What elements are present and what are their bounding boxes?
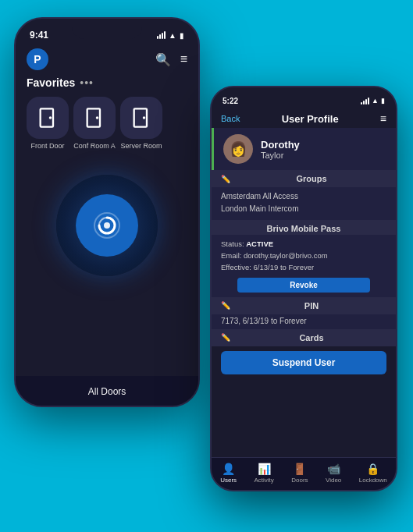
door-item-conf[interactable]: Conf Room A	[73, 97, 116, 150]
activity-tab-label: Activity	[255, 477, 274, 484]
menu-icon[interactable]: ≡	[180, 52, 187, 66]
door-item-server[interactable]: Server Room	[120, 97, 162, 150]
back-button[interactable]: Back	[221, 114, 240, 123]
conf-room-icon-btn[interactable]	[73, 97, 116, 139]
door-item-front[interactable]: Front Door	[27, 97, 69, 150]
doors-tab-icon: 🚪	[293, 463, 306, 475]
door-icon-svg3	[130, 107, 152, 129]
status-value: ACTIVE	[246, 239, 273, 248]
users-tab-icon: 👤	[222, 463, 235, 475]
unlock-inner-circle	[76, 194, 138, 257]
svg-point-3	[96, 116, 99, 119]
favorites-row: Favorites •••	[27, 76, 187, 89]
tab-activity[interactable]: 📊 Activity	[255, 463, 274, 484]
revoke-button[interactable]: Revoke	[237, 278, 370, 293]
tab-lockdown[interactable]: 🔒 Lockdown	[359, 463, 387, 484]
pin-section-header: ✏️ PIN	[212, 297, 396, 314]
server-room-label: Server Room	[120, 142, 162, 150]
battery-icon: ▮	[180, 31, 184, 40]
groups-items: Amsterdam All Access London Main Interco…	[212, 187, 396, 220]
signal-bars-icon	[157, 31, 166, 39]
phone1: 9:41 ▲ ▮ P 🔍 ≡ Favorites •••	[14, 17, 200, 407]
profile-name-block: Dorothy Taylor	[261, 139, 300, 160]
front-door-icon-btn[interactable]	[27, 97, 69, 139]
mobile-pass-status: Status: ACTIVE	[221, 238, 386, 250]
phone1-header: P 🔍 ≡	[27, 48, 187, 70]
nav-menu-icon[interactable]: ≡	[380, 112, 386, 125]
profile-first-name: Dorothy	[261, 139, 300, 151]
wifi-icon: ▲	[169, 31, 176, 40]
unlock-button[interactable]	[56, 175, 158, 276]
cards-edit-icon[interactable]: ✏️	[221, 333, 230, 342]
unlock-area	[27, 159, 187, 276]
group-item-1: Amsterdam All Access	[221, 190, 386, 203]
activity-tab-icon: 📊	[258, 463, 271, 475]
phone1-body: P 🔍 ≡ Favorites ••• Front Door	[16, 45, 198, 276]
phone2-status-bar: 5:22 ▲ ▮	[212, 87, 396, 109]
suspend-button[interactable]: Suspend User	[221, 351, 386, 374]
door-icon-svg	[37, 107, 59, 129]
profile-header: 👩 Dorothy Taylor	[212, 128, 396, 170]
phone2: 5:22 ▲ ▮ Back User Profile ≡ 👩 Dorothy T…	[210, 86, 397, 491]
users-tab-label: Users	[220, 477, 237, 484]
mobile-pass-effective: Effective: 6/13/19 to Forever	[221, 261, 386, 273]
tab-users[interactable]: 👤 Users	[220, 463, 237, 484]
cards-section-header: ✏️ Cards	[212, 329, 396, 346]
brivo-unlock-icon	[90, 208, 124, 243]
video-tab-icon: 📹	[327, 463, 340, 475]
mobile-pass-title: Brivo Mobile Pass	[221, 224, 386, 233]
server-room-icon-btn[interactable]	[120, 97, 162, 139]
phone2-wifi-icon: ▲	[372, 97, 379, 105]
door-icon-svg2	[84, 107, 105, 129]
groups-edit-icon[interactable]: ✏️	[221, 175, 230, 183]
svg-point-1	[49, 116, 52, 119]
phone2-status-icons: ▲ ▮	[361, 97, 385, 105]
avatar-emoji: 👩	[230, 140, 247, 158]
avatar: 👩	[223, 134, 253, 164]
conf-room-label: Conf Room A	[73, 142, 116, 150]
search-icon[interactable]: 🔍	[155, 52, 171, 67]
groups-section-header: ✏️ Groups	[212, 170, 396, 187]
tab-doors[interactable]: 🚪 Doors	[291, 463, 308, 484]
svg-point-8	[104, 222, 110, 229]
page-title: User Profile	[282, 113, 339, 125]
mobile-pass-section-header: Brivo Mobile Pass	[212, 220, 396, 235]
phone1-status-icons: ▲ ▮	[157, 31, 184, 40]
phone2-time: 5:22	[223, 97, 238, 105]
phone2-battery-icon: ▮	[381, 97, 385, 105]
all-doors-label: All Doors	[88, 386, 126, 397]
groups-title: Groups	[237, 174, 386, 183]
pin-edit-icon[interactable]: ✏️	[221, 301, 230, 310]
svg-point-5	[143, 116, 146, 119]
phone1-notch	[72, 19, 142, 39]
video-tab-label: Video	[326, 477, 341, 484]
tab-video[interactable]: 📹 Video	[326, 463, 341, 484]
front-door-label: Front Door	[30, 142, 64, 150]
cards-title: Cards	[237, 333, 386, 342]
phone1-time: 9:41	[30, 30, 48, 41]
lockdown-tab-icon: 🔒	[366, 463, 379, 475]
favorites-dots: •••	[80, 76, 94, 89]
mobile-pass-email: Email: dorothy.taylor@brivo.com	[221, 250, 386, 261]
group-item-2: London Main Intercom	[221, 203, 386, 215]
favorites-title: Favorites	[27, 76, 75, 89]
mobile-pass-details: Status: ACTIVE Email: dorothy.taylor@bri…	[212, 235, 396, 297]
tab-bar: 👤 Users 📊 Activity 🚪 Doors 📹 Video 🔒 Loc…	[212, 457, 396, 490]
pin-title: PIN	[237, 301, 386, 310]
brivo-logo-letter: P	[34, 53, 41, 66]
all-doors-bar[interactable]: All Doors	[16, 376, 198, 406]
doors-tab-label: Doors	[291, 477, 308, 484]
effective-value: 6/13/19 to Forever	[254, 263, 315, 271]
profile-last-name: Taylor	[261, 151, 300, 160]
phone2-nav: Back User Profile ≡	[212, 109, 396, 128]
phone1-header-icons: 🔍 ≡	[155, 52, 187, 67]
brivo-logo[interactable]: P	[27, 48, 48, 70]
email-value: dorothy.taylor@brivo.com	[244, 251, 328, 260]
lockdown-tab-label: Lockdown	[359, 477, 387, 484]
phone2-signal-icon	[361, 98, 369, 105]
pin-value: 7173, 6/13/19 to Forever	[212, 314, 396, 329]
door-items: Front Door Conf Room A	[27, 97, 187, 150]
